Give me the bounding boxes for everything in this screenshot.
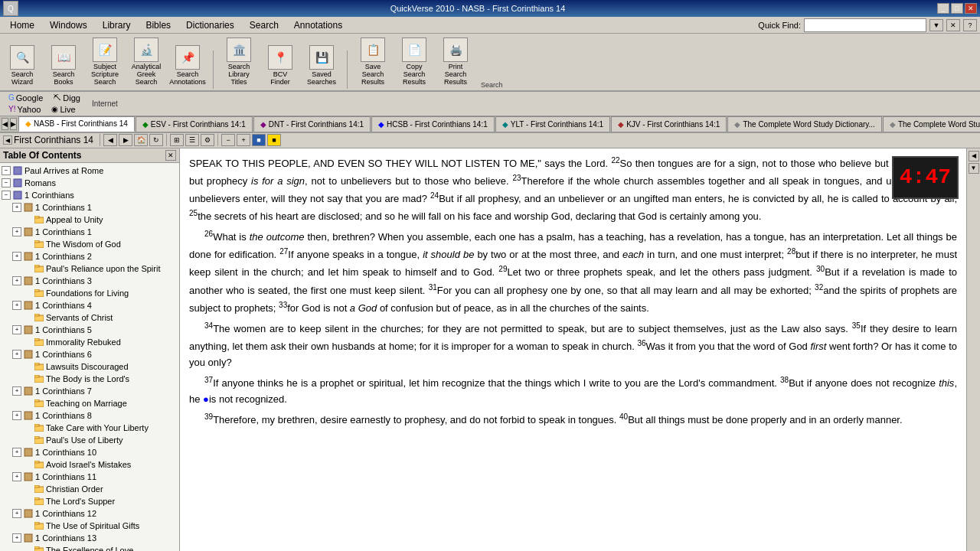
toc-item-26[interactable]: Christian Order (2, 483, 178, 495)
menu-bibles[interactable]: Bibles (139, 18, 178, 33)
tree-expand-18[interactable]: + (12, 386, 21, 396)
minimize-button[interactable]: _ (937, 3, 949, 14)
tree-expand-20[interactable]: + (12, 411, 21, 420)
highlight-button[interactable]: ■ (267, 134, 281, 146)
quick-find-input[interactable] (804, 18, 926, 32)
subject-scripture-button[interactable]: 📝 Subject Scripture Search (86, 35, 124, 89)
toc-item-1[interactable]: −Romans (2, 177, 178, 189)
menu-library[interactable]: Library (96, 18, 138, 33)
toc-item-5[interactable]: +1 Corinthians 1 (2, 226, 178, 238)
toc-item-24[interactable]: Avoid Israel's Mistakes (2, 458, 178, 471)
nav-refresh-button[interactable]: ↻ (149, 134, 163, 146)
copy-search-results-button[interactable]: 📄 Copy Search Results (395, 35, 433, 89)
toc-item-22[interactable]: Paul's Use of Liberty (2, 434, 178, 446)
toc-item-31[interactable]: The Excellence of Love (2, 544, 178, 551)
search-books-button[interactable]: 📖 Search Books (44, 43, 83, 89)
tree-expand-23[interactable]: + (12, 448, 21, 457)
tree-expand-9[interactable]: + (12, 276, 21, 285)
analytical-greek-button[interactable]: 🔬 Analytical Greek Search (127, 35, 165, 89)
layout-button[interactable]: ⊞ (170, 134, 184, 146)
tab-kjv-1cor14[interactable]: ◆ KJV - First Corinthians 14:1 (611, 116, 727, 132)
tree-expand-25[interactable]: + (12, 472, 21, 481)
toc-item-10[interactable]: Foundations for Living (2, 287, 178, 299)
nav-forward-button[interactable]: ▶ (119, 134, 132, 146)
color-button[interactable]: ■ (252, 134, 266, 146)
maximize-button[interactable]: □ (951, 3, 963, 14)
tree-expand-7[interactable]: + (12, 252, 21, 261)
side-btn-1[interactable]: ◀ (969, 151, 979, 161)
tree-expand-30[interactable]: + (12, 533, 21, 543)
toc-item-6[interactable]: The Wisdom of God (2, 238, 178, 250)
tree-expand-1[interactable]: − (2, 178, 11, 187)
live-button[interactable]: ◉ Live (49, 104, 77, 115)
bcv-finder-button[interactable]: 📍 BCV Finder (261, 43, 299, 89)
tab-nasb-1cor14[interactable]: ◆ NASB - First Corinthians 14 (18, 116, 135, 132)
toc-item-29[interactable]: The Use of Spiritual Gifts (2, 520, 178, 532)
toc-item-19[interactable]: Teaching on Marriage (2, 397, 178, 409)
toc-item-17[interactable]: The Body is the Lord's (2, 373, 178, 385)
search-library-button[interactable]: 🏛️ Search Library Titles (220, 35, 258, 89)
toc-item-18[interactable]: +1 Corinthians 7 (2, 385, 178, 397)
toc-item-2[interactable]: −1 Corinthians (2, 189, 178, 201)
digg-button[interactable]: ⛏ Digg (51, 93, 83, 103)
save-search-results-button[interactable]: 📋 Save Search Results (354, 35, 392, 89)
nav-home-button[interactable]: 🏠 (134, 134, 148, 146)
toc-toggle-button[interactable]: ◀ (3, 135, 12, 145)
tab-cwsd2[interactable]: ◆ The Complete Word Study Dictionary... (883, 116, 980, 132)
toc-item-21[interactable]: Take Care with Your Liberty (2, 422, 178, 434)
toc-close-button[interactable]: ✕ (165, 150, 176, 161)
search-wizard-button[interactable]: 🔍 Search Wizard (3, 43, 41, 89)
close-button[interactable]: ✕ (965, 3, 977, 14)
quick-find-help-button[interactable]: ? (963, 19, 977, 31)
tree-expand-28[interactable]: + (12, 509, 21, 518)
tree-expand-5[interactable]: + (12, 227, 21, 236)
tab-nav-right[interactable]: ▶ (10, 118, 17, 130)
google-button[interactable]: G Google (6, 93, 45, 103)
toc-item-7[interactable]: +1 Corinthians 2 (2, 250, 178, 262)
tab-nav-left[interactable]: ◀ (2, 118, 8, 130)
toc-item-15[interactable]: +1 Corinthians 6 (2, 348, 178, 360)
toc-item-27[interactable]: The Lord's Supper (2, 495, 178, 507)
tab-hcsb-1cor14[interactable]: ◆ HCSB - First Corinthians 14:1 (371, 116, 495, 132)
toc-item-0[interactable]: −Paul Arrives at Rome (2, 165, 178, 177)
menu-annotations[interactable]: Annotations (287, 18, 349, 33)
tree-expand-15[interactable]: + (12, 350, 21, 359)
toc-item-8[interactable]: Paul's Reliance upon the Spirit (2, 262, 178, 275)
side-btn-2[interactable]: ▼ (969, 163, 979, 174)
menu-home[interactable]: Home (3, 18, 41, 33)
tree-expand-3[interactable]: + (12, 203, 21, 212)
yahoo-button[interactable]: Y! Yahoo (6, 104, 43, 115)
tree-expand-0[interactable]: − (2, 166, 11, 175)
tab-cwsd1[interactable]: ◆ The Complete Word Study Dictionary... (727, 116, 881, 132)
menu-search[interactable]: Search (243, 18, 286, 33)
toc-item-3[interactable]: +1 Corinthians 1 (2, 201, 178, 214)
toc-item-13[interactable]: +1 Corinthians 5 (2, 324, 178, 336)
tree-expand-13[interactable]: + (12, 325, 21, 334)
view-button[interactable]: ☰ (185, 134, 199, 146)
tab-dnt-1cor14[interactable]: ◆ DNT - First Corinthians 14:1 (253, 116, 371, 132)
toc-item-25[interactable]: +1 Corinthians 11 (2, 471, 178, 483)
toc-item-9[interactable]: +1 Corinthians 3 (2, 275, 178, 287)
toc-item-12[interactable]: Servants of Christ (2, 311, 178, 324)
nav-back-button[interactable]: ◀ (103, 134, 117, 146)
quick-find-search-button[interactable]: ▼ (929, 19, 943, 31)
title-bar-controls[interactable]: _ □ ✕ (937, 3, 977, 14)
saved-searches-button[interactable]: 💾 Saved Searches (302, 43, 341, 89)
toc-item-20[interactable]: +1 Corinthians 8 (2, 409, 178, 422)
tab-ylt-1cor14[interactable]: ◆ YLT - First Corinthians 14:1 (495, 116, 610, 132)
search-annotations-button[interactable]: 📌 Search Annotations (168, 43, 207, 89)
print-search-results-button[interactable]: 🖨️ Print Search Results (436, 35, 475, 89)
zoom-out-button[interactable]: − (221, 134, 235, 146)
toc-item-14[interactable]: Immorality Rebuked (2, 336, 178, 348)
zoom-in-button[interactable]: + (237, 134, 250, 146)
toc-item-11[interactable]: +1 Corinthians 4 (2, 299, 178, 311)
menu-dictionaries[interactable]: Dictionaries (179, 18, 241, 33)
tree-expand-2[interactable]: − (2, 191, 11, 200)
toc-item-4[interactable]: Appeal to Unity (2, 214, 178, 226)
settings-button[interactable]: ⚙ (201, 134, 214, 146)
toc-item-30[interactable]: +1 Corinthians 13 (2, 532, 178, 544)
tree-expand-11[interactable]: + (12, 301, 21, 310)
toc-item-16[interactable]: Lawsuits Discouraged (2, 360, 178, 373)
toc-item-23[interactable]: +1 Corinthians 10 (2, 446, 178, 458)
quick-find-clear-button[interactable]: ✕ (946, 19, 960, 31)
